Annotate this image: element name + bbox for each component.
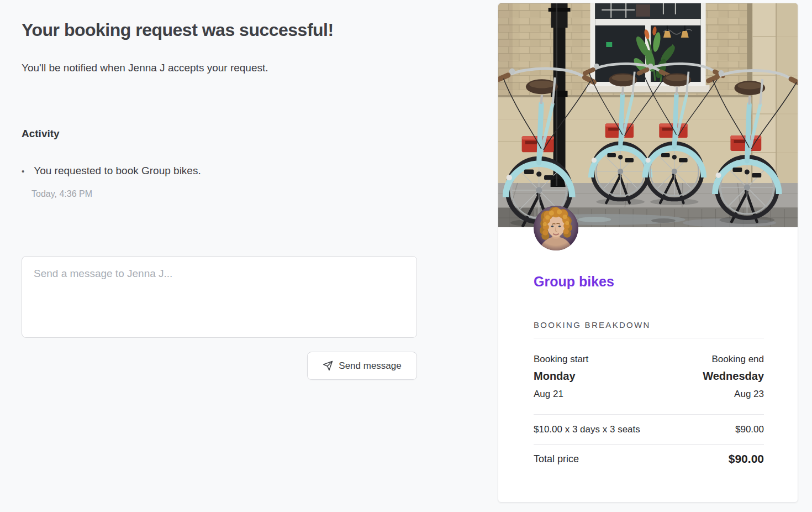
booking-start-day: Monday bbox=[534, 370, 576, 383]
booking-start-date: Aug 21 bbox=[534, 389, 563, 400]
booking-range-dates: Aug 21 Aug 23 bbox=[534, 389, 764, 400]
total-price-amount: $90.00 bbox=[729, 452, 764, 466]
breakdown-heading: BOOKING BREAKDOWN bbox=[534, 320, 651, 330]
activity-item: • You requested to book Group bikes. bbox=[22, 165, 201, 178]
booking-confirmation-page: Your booking request was successful! You… bbox=[0, 0, 812, 512]
activity-heading: Activity bbox=[22, 128, 60, 140]
divider bbox=[534, 414, 764, 415]
host-avatar[interactable] bbox=[534, 206, 578, 250]
booking-range-days: Monday Wednesday bbox=[534, 370, 764, 383]
price-description: $10.00 x 3 days x 3 seats bbox=[534, 424, 640, 435]
booking-end-date: Aug 23 bbox=[734, 389, 764, 400]
booking-end-day: Wednesday bbox=[703, 370, 764, 383]
page-title: Your booking request was successful! bbox=[22, 20, 334, 40]
activity-timestamp: Today, 4:36 PM bbox=[31, 189, 92, 199]
price-amount: $90.00 bbox=[735, 424, 764, 435]
listing-title-link[interactable]: Group bikes bbox=[534, 274, 614, 290]
booking-summary-card: Group bikes BOOKING BREAKDOWN Booking st… bbox=[498, 3, 798, 503]
listing-photo bbox=[498, 3, 798, 227]
booking-start-label: Booking start bbox=[534, 354, 588, 365]
booking-range-labels: Booking start Booking end bbox=[534, 354, 764, 365]
total-price-label: Total price bbox=[534, 453, 579, 465]
total-row: Total price $90.00 bbox=[534, 452, 764, 466]
booking-end-label: Booking end bbox=[711, 354, 764, 365]
divider bbox=[534, 444, 764, 445]
activity-item-text: You requested to book Group bikes. bbox=[34, 165, 201, 177]
paper-plane-icon bbox=[323, 361, 333, 371]
page-subtitle: You'll be notified when Jenna J accepts … bbox=[22, 62, 268, 74]
divider bbox=[534, 338, 764, 338]
bullet-icon: • bbox=[22, 165, 24, 178]
message-input[interactable] bbox=[22, 256, 417, 338]
send-message-button[interactable]: Send message bbox=[307, 352, 417, 380]
price-line-item: $10.00 x 3 days x 3 seats $90.00 bbox=[534, 424, 764, 435]
send-button-label: Send message bbox=[339, 361, 401, 372]
